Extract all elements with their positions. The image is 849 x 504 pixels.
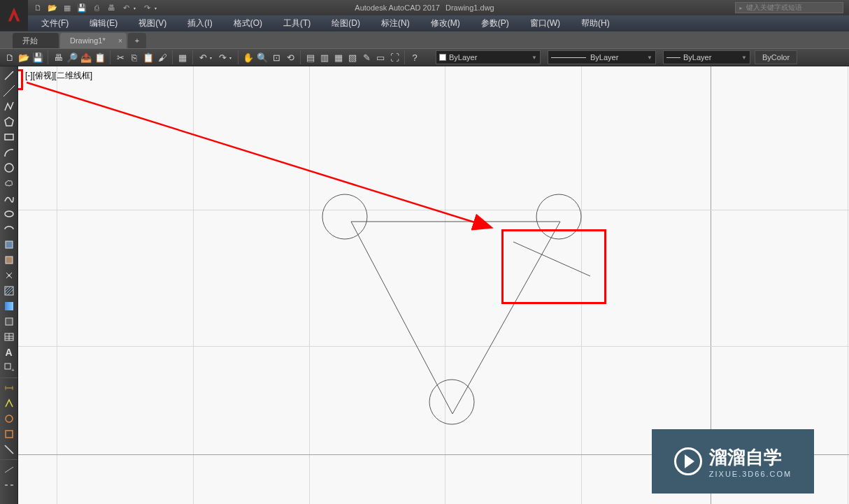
file-name: Drawing1.dwg	[445, 3, 494, 12]
match-icon[interactable]: 🖌	[155, 50, 169, 64]
undo-dropdown-icon[interactable]: ▾	[210, 55, 215, 60]
menu-parametric[interactable]: 参数(P)	[471, 15, 520, 31]
menu-dimension[interactable]: 标注(N)	[371, 15, 420, 31]
watermark: 溜溜自学 ZIXUE.3D66.COM	[652, 429, 814, 494]
redo-dropdown-icon[interactable]: ▾	[155, 6, 160, 10]
plot-icon[interactable]: 📋	[93, 50, 107, 64]
drawing-canvas[interactable]: [-][俯视][二维线框]	[18, 66, 849, 504]
menu-edit[interactable]: 编辑(E)	[79, 15, 128, 31]
publish-icon[interactable]: 📤	[79, 50, 93, 64]
qcalc-icon[interactable]: ▭	[373, 50, 387, 64]
svg-line-12	[5, 287, 8, 289]
addselect-icon[interactable]: +	[1, 361, 17, 375]
undo-dropdown-icon[interactable]: ▾	[134, 6, 139, 10]
undo-icon[interactable]: ↶	[196, 50, 210, 64]
close-icon[interactable]: ×	[118, 37, 122, 45]
svg-line-29	[5, 445, 13, 454]
svg-point-27	[6, 415, 13, 422]
redo-icon[interactable]: ↷	[140, 1, 154, 14]
pan-icon[interactable]: ✋	[241, 50, 255, 64]
line-tool-icon[interactable]	[1, 69, 17, 82]
revcloud-icon[interactable]	[1, 176, 17, 190]
designcenter-icon[interactable]: ▥	[318, 50, 331, 64]
redo-icon[interactable]: ↷	[215, 50, 229, 64]
print-icon[interactable]: 🖶	[104, 1, 118, 14]
menu-format[interactable]: 格式(O)	[223, 15, 273, 31]
modify-tool-3-icon[interactable]	[1, 427, 17, 441]
make-block-icon[interactable]	[1, 253, 17, 267]
spline-icon[interactable]	[1, 192, 17, 206]
plotstyle-select[interactable]: ByColor	[755, 50, 797, 64]
cut-icon[interactable]: ✂	[113, 50, 127, 64]
zoom-realtime-icon[interactable]: 🔍	[255, 50, 269, 64]
tab-add[interactable]: +	[128, 33, 146, 48]
tab-drawing1[interactable]: Drawing1* ×	[60, 33, 127, 48]
new-icon[interactable]: 🗋	[31, 1, 45, 14]
cleanscreen-icon[interactable]: ⛶	[387, 50, 401, 64]
modify-tool-2-icon[interactable]	[1, 412, 17, 426]
saveas-icon[interactable]: ⎙	[90, 1, 104, 14]
svg-rect-6	[6, 241, 13, 248]
lineweight-value: ByLayer	[683, 53, 711, 62]
svg-rect-22	[5, 363, 10, 369]
menu-help[interactable]: 帮助(H)	[571, 15, 620, 31]
ellipse-arc-icon[interactable]	[1, 222, 17, 236]
print-icon[interactable]: 🖶	[51, 50, 65, 64]
preview-icon[interactable]: 🔎	[65, 50, 79, 64]
linetype-select[interactable]: ByLayer ▼	[548, 50, 656, 64]
block-icon[interactable]: ▦	[176, 50, 190, 64]
break-icon[interactable]	[1, 478, 17, 492]
zoom-window-icon[interactable]: ⊡	[269, 50, 283, 64]
dimension-tool-icon[interactable]	[1, 463, 17, 477]
help-icon[interactable]: ?	[408, 50, 422, 64]
title-bar: 🗋 📂 ▦ 💾 ⎙ 🖶 ↶ ▾ ↷ ▾ Autodesk AutoCAD 201…	[0, 0, 849, 15]
search-input[interactable]: 键入关键字或短语	[735, 2, 843, 13]
insert-block-icon[interactable]	[1, 238, 17, 252]
open-icon[interactable]: 📂	[45, 1, 59, 14]
point-icon[interactable]	[1, 268, 17, 282]
new-icon[interactable]: 🗋	[3, 50, 17, 64]
circle-icon[interactable]	[1, 161, 17, 175]
ellipse-icon[interactable]	[1, 207, 17, 221]
region-icon[interactable]	[1, 315, 17, 329]
redo-dropdown-icon[interactable]: ▾	[229, 55, 235, 60]
menu-file[interactable]: 文件(F)	[31, 15, 79, 31]
paste-icon[interactable]: 📋	[141, 50, 155, 64]
markup-icon[interactable]: ✎	[359, 50, 373, 64]
distance-icon[interactable]	[1, 381, 17, 395]
copy-icon[interactable]: ⎘	[127, 50, 141, 64]
tool-palettes-icon[interactable]: ▦	[331, 50, 345, 64]
gradient-icon[interactable]	[1, 299, 17, 313]
text-icon[interactable]: A	[1, 345, 17, 359]
undo-icon[interactable]: ↶	[119, 1, 133, 14]
menu-tools[interactable]: 工具(T)	[273, 15, 321, 31]
save-icon[interactable]: 💾	[31, 50, 45, 64]
menu-insert[interactable]: 插入(I)	[177, 15, 222, 31]
file-icon[interactable]: ▦	[60, 1, 74, 14]
hatch-icon[interactable]	[1, 284, 17, 298]
menu-view[interactable]: 视图(V)	[128, 15, 177, 31]
svg-point-5	[5, 211, 13, 217]
layer-color-select[interactable]: ByLayer ▼	[436, 50, 541, 64]
menu-draw[interactable]: 绘图(D)	[321, 15, 371, 31]
table-icon[interactable]	[1, 330, 17, 344]
zoom-prev-icon[interactable]: ⟲	[283, 50, 297, 64]
open-icon[interactable]: 📂	[17, 50, 31, 64]
lineweight-select[interactable]: ByLayer ▼	[663, 50, 750, 64]
menu-window[interactable]: 窗口(W)	[520, 15, 571, 31]
sheets-icon[interactable]: ▧	[345, 50, 359, 64]
app-logo[interactable]	[0, 0, 28, 31]
construction-line-icon[interactable]	[1, 84, 17, 98]
polygon-icon[interactable]	[1, 115, 17, 129]
modify-tool-4-icon[interactable]	[1, 442, 17, 456]
save-icon[interactable]: 💾	[75, 1, 89, 14]
polyline-icon[interactable]	[1, 99, 17, 113]
arc-icon[interactable]	[1, 145, 17, 159]
rectangle-icon[interactable]	[1, 130, 17, 144]
svg-point-4	[5, 164, 13, 172]
svg-point-37	[536, 194, 581, 239]
menu-modify[interactable]: 修改(M)	[420, 15, 471, 31]
tab-start[interactable]: 开始	[13, 33, 59, 48]
modify-tool-1-icon[interactable]	[1, 396, 17, 410]
properties-icon[interactable]: ▤	[304, 50, 318, 64]
